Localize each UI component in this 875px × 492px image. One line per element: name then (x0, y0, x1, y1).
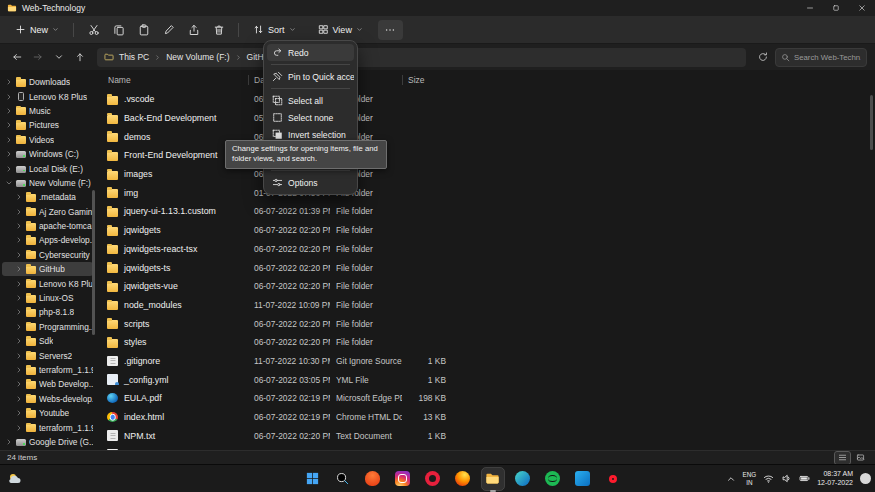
sidebar-item-php-8-1-8[interactable]: php-8.1.8 (2, 305, 93, 319)
menu-item-select-all[interactable]: Select all (267, 92, 354, 109)
chevron-right-icon[interactable] (15, 308, 23, 316)
chevron-right-icon[interactable] (15, 380, 23, 388)
sidebar-item-local-disk-e[interactable]: Local Disk (E:) (2, 161, 93, 175)
sidebar-item-lenovo-k8-plus[interactable]: Lenovo K8 Plus (2, 276, 93, 290)
rename-button[interactable] (156, 20, 181, 40)
file-row[interactable]: img01-07-2022 07:56 PMFile folder (95, 183, 875, 202)
file-row[interactable]: jquery-ui-1.13.1.custom06-07-2022 01:39 … (95, 202, 875, 221)
file-row[interactable] (95, 445, 875, 450)
volume-button[interactable] (781, 473, 792, 484)
chevron-right-icon[interactable] (15, 236, 23, 244)
chevron-right-icon[interactable] (15, 366, 23, 374)
chevron-right-icon[interactable] (5, 107, 13, 115)
maximize-button[interactable] (823, 0, 849, 16)
sidebar-item-videos[interactable]: Videos (2, 133, 93, 147)
language-indicator[interactable]: ENG IN (743, 471, 757, 486)
sidebar-item-aj-zero-gaming[interactable]: Aj Zero Gaming (2, 205, 93, 219)
file-row[interactable]: .vscode06-07-2022 02:20 PMFile folder (95, 90, 875, 109)
taskbar-app-edge[interactable] (512, 468, 534, 490)
file-row[interactable]: Back-End Development05-07-2022 09:35 PMF… (95, 109, 875, 128)
view-button[interactable]: View (311, 21, 370, 38)
notification-badge[interactable] (860, 473, 871, 484)
sidebar-item-linux-os[interactable]: Linux-OS (2, 291, 93, 305)
file-row[interactable]: _config.yml06-07-2022 03:05 PMYML File1 … (95, 370, 875, 389)
sidebar-item-new-volume-f[interactable]: New Volume (F:) (2, 176, 93, 190)
chevron-right-icon[interactable] (15, 280, 23, 288)
menu-item-redo[interactable]: Redo (267, 44, 354, 61)
chevron-right-icon[interactable] (15, 294, 23, 302)
file-row[interactable]: jqwidgets06-07-2022 02:20 PMFile folder (95, 221, 875, 240)
sidebar-item-cybersecurity[interactable]: Cybersecurity (2, 248, 93, 262)
recent-locations-button[interactable] (50, 48, 68, 66)
sidebar-item-youtube[interactable]: Youtube (2, 406, 93, 420)
widgets-weather-icon[interactable] (7, 471, 23, 487)
chevron-right-icon[interactable] (15, 251, 23, 259)
up-button[interactable] (71, 48, 89, 66)
sidebar-item-sdk[interactable]: Sdk (2, 334, 93, 348)
menu-item-select-none[interactable]: Select none (267, 109, 354, 126)
sidebar-item-webs-develop[interactable]: Webs-develop... (2, 392, 93, 406)
chevron-right-icon[interactable] (5, 165, 13, 173)
sidebar-item-programming[interactable]: Programming... (2, 320, 93, 334)
file-row[interactable]: node_modules11-07-2022 10:09 PMFile fold… (95, 296, 875, 315)
file-row[interactable]: demos06-07-2022 02:20 PMFile folder (95, 127, 875, 146)
file-row[interactable]: jqwidgets-vue06-07-2022 02:20 PMFile fol… (95, 277, 875, 296)
search-input[interactable] (794, 53, 861, 62)
close-button[interactable] (849, 0, 875, 16)
new-button[interactable]: New (8, 21, 66, 38)
chevron-right-icon[interactable] (15, 337, 23, 345)
chevron-right-icon[interactable] (5, 121, 13, 129)
column-header-name[interactable]: Name (95, 70, 248, 90)
chevron-right-icon[interactable] (5, 150, 13, 158)
taskbar-app-start[interactable] (302, 468, 324, 490)
thumbnail-view-toggle[interactable] (853, 452, 868, 464)
column-header-size[interactable]: Size (402, 70, 460, 90)
refresh-button[interactable] (754, 48, 772, 66)
chevron-right-icon[interactable] (15, 352, 23, 360)
back-button[interactable] (8, 48, 26, 66)
chevron-right-icon[interactable] (5, 78, 13, 86)
chevron-down-icon[interactable] (5, 179, 13, 187)
chevron-right-icon[interactable] (5, 93, 13, 101)
file-row[interactable]: jqwidgets-react-tsx06-07-2022 02:20 PMFi… (95, 240, 875, 259)
taskbar-app-opera-gx[interactable] (422, 468, 444, 490)
file-row[interactable]: Front-End Development06-07-2022 02:20 PM… (95, 146, 875, 165)
sort-button[interactable]: Sort (246, 21, 303, 38)
cut-button[interactable] (81, 20, 106, 40)
clock[interactable]: 08:37 AM 12-07-2022 (817, 470, 853, 488)
file-row[interactable]: images06-07-2022 02:20 PMFile folder (95, 165, 875, 184)
file-row[interactable]: NPM.txt06-07-2022 02:20 PMText Document1… (95, 426, 875, 445)
breadcrumb[interactable]: This PCNew Volume (F:)GitHubWeb-Technolo… (97, 48, 746, 67)
sidebar-item-web-develop[interactable]: Web Develop... (2, 377, 93, 391)
file-row[interactable]: jqwidgets-ts06-07-2022 02:20 PMFile fold… (95, 258, 875, 277)
paste-button[interactable] (131, 20, 156, 40)
taskbar-app-vscode[interactable] (572, 468, 594, 490)
details-view-toggle[interactable] (835, 452, 850, 464)
taskbar-app-firefox[interactable] (452, 468, 474, 490)
battery-button[interactable] (799, 473, 810, 484)
taskbar-app-brave[interactable] (362, 468, 384, 490)
tray-overflow-button[interactable] (726, 474, 736, 484)
copy-button[interactable] (106, 20, 131, 40)
breadcrumb-item[interactable]: New Volume (F:) (165, 52, 230, 62)
chevron-right-icon[interactable] (15, 323, 23, 331)
file-row[interactable]: .gitignore11-07-2022 10:30 PMGit Ignore … (95, 352, 875, 371)
sidebar-item-metadata[interactable]: .metadata (2, 190, 93, 204)
chevron-right-icon[interactable] (15, 265, 23, 273)
delete-button[interactable] (206, 20, 231, 40)
file-row[interactable]: index.html06-07-2022 02:19 PMChrome HTML… (95, 408, 875, 427)
sidebar-item-lenovo-k8-plus[interactable]: Lenovo K8 Plus (2, 89, 93, 103)
wifi-button[interactable] (763, 473, 774, 484)
chevron-right-icon[interactable] (15, 409, 23, 417)
chevron-right-icon[interactable] (15, 424, 23, 432)
sidebar-item-music[interactable]: Music (2, 104, 93, 118)
breadcrumb-item[interactable]: This PC (118, 52, 150, 62)
share-button[interactable] (181, 20, 206, 40)
taskbar-app-file-explorer[interactable] (482, 468, 504, 490)
sidebar-item-servers2[interactable]: Servers2 (2, 348, 93, 362)
chevron-right-icon[interactable] (5, 438, 13, 446)
sidebar-item-terraform-1-1-9[interactable]: terraform_1.1.9 (2, 363, 93, 377)
taskbar-app-opera[interactable] (602, 468, 624, 490)
see-more-button[interactable] (378, 20, 403, 40)
chevron-right-icon[interactable] (15, 222, 23, 230)
